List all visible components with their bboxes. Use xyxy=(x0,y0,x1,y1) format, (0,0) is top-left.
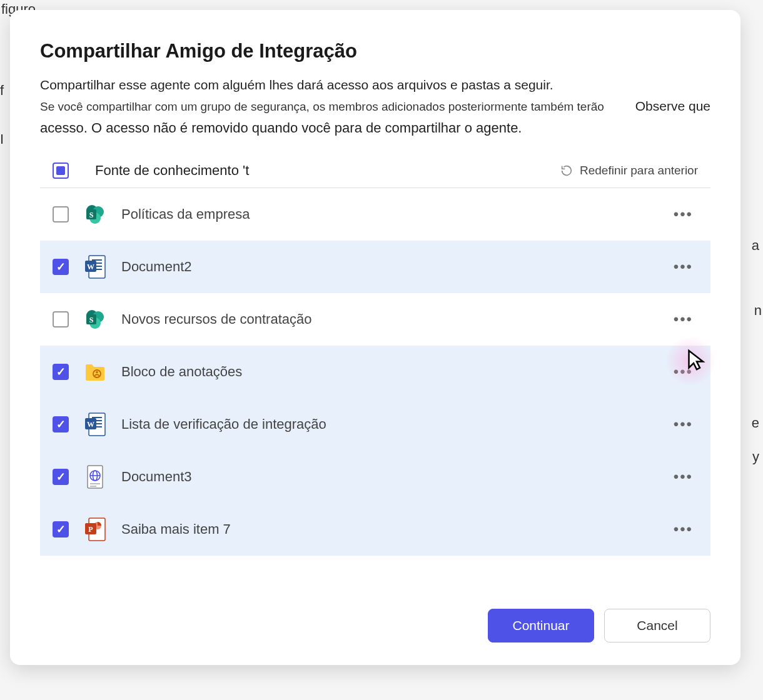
word-icon: W xyxy=(84,254,106,279)
continue-button[interactable]: Continuar xyxy=(488,609,594,642)
folder-icon xyxy=(84,359,106,384)
dialog-title: Compartilhar Amigo de Integração xyxy=(40,40,710,62)
dialog-description-line3: acesso. O acesso não é removido quando v… xyxy=(40,120,710,136)
item-label: Políticas da empresa xyxy=(121,206,250,222)
list-item[interactable]: PSaiba mais item 7••• xyxy=(40,503,710,556)
select-all-checkbox[interactable] xyxy=(53,162,69,179)
list-item[interactable]: WDocument2••• xyxy=(40,241,710,293)
powerpoint-icon: P xyxy=(84,517,106,542)
more-options-button[interactable]: ••• xyxy=(669,358,698,386)
more-options-button[interactable]: ••• xyxy=(669,201,698,228)
item-checkbox[interactable] xyxy=(53,206,69,222)
file-list-container: SPolíticas da empresa•••WDocument2•••SNo… xyxy=(40,188,710,594)
backdrop-text: f xyxy=(0,82,4,99)
cancel-button[interactable]: Cancel xyxy=(604,609,710,642)
item-label: Document3 xyxy=(121,469,192,485)
svg-text:S: S xyxy=(89,211,94,219)
reset-label: Redefinir para anterior xyxy=(580,164,698,178)
svg-text:S: S xyxy=(89,316,94,324)
item-label: Novos recursos de contratação xyxy=(121,311,312,328)
svg-rect-20 xyxy=(92,417,102,418)
backdrop-text: y xyxy=(752,449,759,465)
svg-rect-6 xyxy=(92,259,102,261)
list-item[interactable]: Bloco de anotações••• xyxy=(40,346,710,398)
item-checkbox[interactable] xyxy=(53,259,69,275)
dialog-description-line2: Se você compartilhar com um grupo de seg… xyxy=(40,100,604,114)
item-checkbox[interactable] xyxy=(53,469,69,485)
more-options-button[interactable]: ••• xyxy=(669,463,698,491)
item-label: Bloco de anotações xyxy=(121,364,242,380)
item-label: Lista de verificação de integração xyxy=(121,416,326,432)
item-label: Document2 xyxy=(121,259,192,275)
knowledge-source-header-label: Fonte de conhecimento 't xyxy=(95,162,249,179)
more-options-button[interactable]: ••• xyxy=(669,516,698,543)
dialog-description-line1: Compartilhar esse agente com alguém lhes… xyxy=(40,78,710,92)
reset-icon xyxy=(560,164,574,178)
globe-icon xyxy=(84,464,106,489)
list-item[interactable]: SNovos recursos de contratação••• xyxy=(40,293,710,346)
item-checkbox[interactable] xyxy=(53,416,69,432)
item-label: Saiba mais item 7 xyxy=(121,521,231,538)
svg-rect-30 xyxy=(90,483,100,484)
more-options-button[interactable]: ••• xyxy=(669,411,698,438)
item-checkbox[interactable] xyxy=(53,364,69,380)
svg-rect-31 xyxy=(90,486,96,487)
share-dialog: Compartilhar Amigo de Integração Compart… xyxy=(10,10,740,665)
backdrop-text: I xyxy=(0,131,4,148)
backdrop-text: a xyxy=(752,238,759,254)
backdrop-text: n xyxy=(754,302,762,319)
item-checkbox[interactable] xyxy=(53,311,69,328)
more-options-button[interactable]: ••• xyxy=(669,253,698,281)
svg-text:P: P xyxy=(88,525,93,534)
list-item[interactable]: SPolíticas da empresa••• xyxy=(40,188,710,241)
list-item[interactable]: WLista de verificação de integração••• xyxy=(40,398,710,451)
svg-text:W: W xyxy=(87,420,94,429)
more-options-button[interactable]: ••• xyxy=(669,306,698,333)
sharepoint-icon: S xyxy=(84,202,106,227)
svg-text:W: W xyxy=(87,262,94,271)
dialog-footer: Continuar Cancel xyxy=(40,609,710,642)
backdrop-text: e xyxy=(752,415,759,431)
svg-point-18 xyxy=(96,371,98,374)
sharepoint-icon: S xyxy=(84,307,106,332)
list-item[interactable]: Document3••• xyxy=(40,451,710,503)
item-checkbox[interactable] xyxy=(53,521,69,538)
reset-to-previous-button[interactable]: Redefinir para anterior xyxy=(560,164,698,178)
list-header-row: Fonte de conhecimento 't Redefinir para … xyxy=(40,154,710,188)
dialog-description-note: Observe que xyxy=(635,99,710,114)
word-icon: W xyxy=(84,412,106,437)
